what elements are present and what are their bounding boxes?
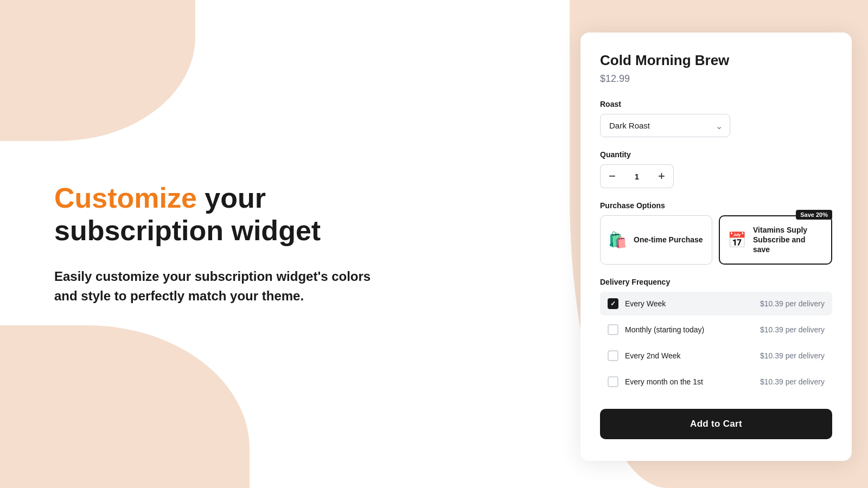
purchase-option-one-time[interactable]: 🛍️ One-time Purchase [600, 215, 712, 265]
delivery-every-2nd-week-price: $10.39 per delivery [760, 351, 825, 360]
delivery-checkbox-every-2nd-week [608, 350, 618, 361]
roast-section: Roast Light Roast Medium Roast Dark Roas… [600, 100, 832, 137]
calendar-icon: 📅 [727, 231, 746, 249]
delivery-option-every-month-1st-left: Every month on the 1st [608, 376, 703, 387]
headline-highlight: Customize [54, 182, 197, 214]
delivery-option-monthly-today[interactable]: Monthly (starting today) $10.39 per deli… [600, 318, 832, 342]
roast-select[interactable]: Light Roast Medium Roast Dark Roast Espr… [600, 114, 730, 137]
quantity-section: Quantity − 1 + [600, 150, 832, 188]
delivery-every-2nd-week-label: Every 2nd Week [625, 351, 680, 360]
delivery-option-monthly-today-left: Monthly (starting today) [608, 324, 704, 335]
delivery-checkbox-monthly-today [608, 324, 618, 335]
right-panel: Cold Morning Brew $12.99 Roast Light Roa… [564, 0, 868, 488]
delivery-every-week-label: Every Week [625, 299, 666, 308]
delivery-option-every-2nd-week[interactable]: Every 2nd Week $10.39 per delivery [600, 344, 832, 368]
product-price: $12.99 [600, 73, 832, 85]
page: Customize yoursubscription widget Easily… [0, 0, 868, 488]
subscribe-label: Vitamins Suply Subscribe and save [753, 225, 824, 255]
delivery-frequency-section: Delivery Frequency Every Week $10.39 per… [600, 278, 832, 394]
delivery-monthly-today-label: Monthly (starting today) [625, 325, 704, 334]
delivery-checkbox-every-month-1st [608, 376, 618, 387]
purchase-options-section: Purchase Options 🛍️ One-time Purchase Sa… [600, 201, 832, 265]
delivery-monthly-today-price: $10.39 per delivery [760, 325, 825, 334]
roast-label: Roast [600, 100, 832, 108]
product-title: Cold Morning Brew [600, 52, 832, 69]
left-panel: Customize yoursubscription widget Easily… [0, 0, 564, 488]
delivery-checkbox-every-week [608, 298, 618, 309]
headline: Customize yoursubscription widget [54, 182, 521, 247]
add-to-cart-button[interactable]: Add to Cart [600, 409, 832, 439]
roast-select-wrapper[interactable]: Light Roast Medium Roast Dark Roast Espr… [600, 114, 730, 137]
one-time-label: One-time Purchase [634, 235, 703, 245]
delivery-every-month-1st-price: $10.39 per delivery [760, 377, 825, 386]
purchase-options-container: 🛍️ One-time Purchase Save 20% 📅 Vitamins… [600, 215, 832, 265]
delivery-option-every-week[interactable]: Every Week $10.39 per delivery [600, 292, 832, 316]
quantity-label: Quantity [600, 150, 832, 159]
purchase-option-subscribe[interactable]: Save 20% 📅 Vitamins Suply Subscribe and … [719, 215, 832, 265]
quantity-decrement-button[interactable]: − [600, 164, 624, 188]
delivery-frequency-label: Delivery Frequency [600, 278, 832, 286]
quantity-value: 1 [624, 164, 650, 188]
quantity-control: − 1 + [600, 164, 832, 188]
quantity-increment-button[interactable]: + [650, 164, 674, 188]
delivery-option-every-month-1st[interactable]: Every month on the 1st $10.39 per delive… [600, 370, 832, 394]
delivery-every-month-1st-label: Every month on the 1st [625, 377, 703, 386]
widget-card: Cold Morning Brew $12.99 Roast Light Roa… [580, 33, 852, 461]
shopping-bag-icon: 🛍️ [608, 231, 627, 249]
save-badge: Save 20% [796, 210, 832, 220]
description: Easily customize your subscription widge… [54, 267, 380, 306]
delivery-every-week-price: $10.39 per delivery [760, 299, 825, 308]
delivery-option-every-2nd-week-left: Every 2nd Week [608, 350, 680, 361]
delivery-option-every-week-left: Every Week [608, 298, 666, 309]
purchase-options-label: Purchase Options [600, 201, 832, 210]
